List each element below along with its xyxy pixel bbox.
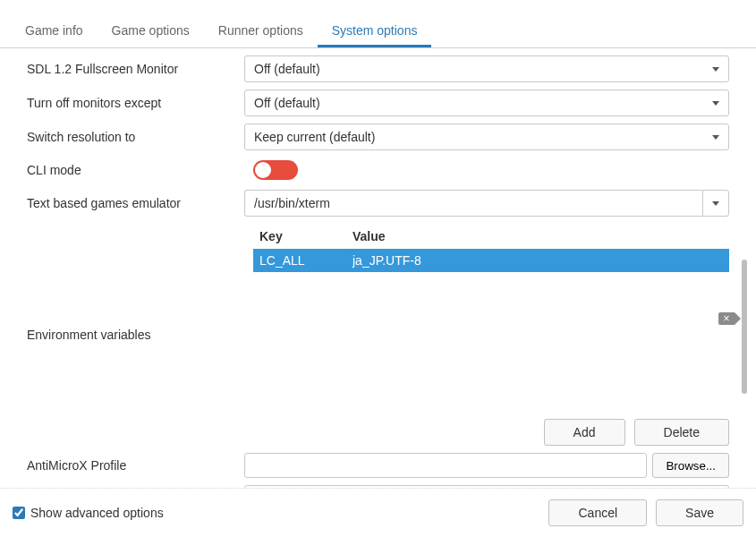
env-vars-label: Environment variables <box>27 328 151 342</box>
browse-button[interactable]: Browse... <box>652 453 729 478</box>
chevron-down-icon <box>712 135 719 140</box>
text-emu-label: Text based games emulator <box>27 196 244 210</box>
tab-runner-options[interactable]: Runner options <box>204 16 318 47</box>
backspace-icon[interactable] <box>718 312 735 325</box>
save-button[interactable]: Save <box>656 499 743 526</box>
tab-system-options[interactable]: System options <box>318 16 432 47</box>
tab-game-info[interactable]: Game info <box>11 16 98 47</box>
toggle-knob <box>255 162 271 178</box>
turnoff-monitors-value: Off (default) <box>254 96 712 110</box>
chevron-down-icon <box>712 67 719 72</box>
turnoff-monitors-label: Turn off monitors except <box>27 96 244 110</box>
footer-bar: Show advanced options Cancel Save <box>0 488 756 537</box>
switch-resolution-select[interactable]: Keep current (default) <box>244 124 729 150</box>
text-emu-dropdown[interactable] <box>702 190 729 217</box>
antimicrox-input[interactable] <box>244 453 647 478</box>
switch-resolution-value: Keep current (default) <box>254 130 712 144</box>
antimicrox-label: AntiMicroX Profile <box>27 458 244 473</box>
tab-bar: Game info Game options Runner options Sy… <box>0 0 756 48</box>
sdl-monitor-value: Off (default) <box>254 62 712 76</box>
scrollbar[interactable] <box>742 260 747 394</box>
tab-game-options[interactable]: Game options <box>98 16 204 47</box>
cancel-button[interactable]: Cancel <box>548 499 647 526</box>
sdl-monitor-label: SDL 1.2 Fullscreen Monitor <box>27 62 244 76</box>
env-row-value: ja_JP.UTF-8 <box>346 249 729 272</box>
chevron-down-icon <box>712 201 719 206</box>
show-advanced-label: Show advanced options <box>30 506 164 520</box>
cli-mode-label: CLI mode <box>27 163 244 177</box>
env-add-button[interactable]: Add <box>544 419 625 446</box>
sdl-monitor-select[interactable]: Off (default) <box>244 55 729 82</box>
env-key-header: Key <box>253 224 346 249</box>
show-advanced-checkbox[interactable]: Show advanced options <box>13 506 164 520</box>
env-delete-button[interactable]: Delete <box>634 419 729 446</box>
cli-mode-toggle[interactable] <box>253 160 298 180</box>
text-emu-value: /usr/bin/xterm <box>254 196 330 210</box>
turnoff-monitors-select[interactable]: Off (default) <box>244 90 729 116</box>
chevron-down-icon <box>712 101 719 106</box>
text-emu-input[interactable]: /usr/bin/xterm <box>244 190 702 217</box>
env-vars-table[interactable]: Key Value LC_ALL ja_JP.UTF-8 <box>253 224 729 413</box>
settings-panel: SDL 1.2 Fullscreen Monitor Off (default)… <box>0 48 756 490</box>
show-advanced-input[interactable] <box>13 507 25 519</box>
env-value-header: Value <box>346 224 729 249</box>
env-row-key: LC_ALL <box>253 249 346 272</box>
table-row[interactable]: LC_ALL ja_JP.UTF-8 <box>253 249 729 272</box>
switch-resolution-label: Switch resolution to <box>27 130 244 144</box>
